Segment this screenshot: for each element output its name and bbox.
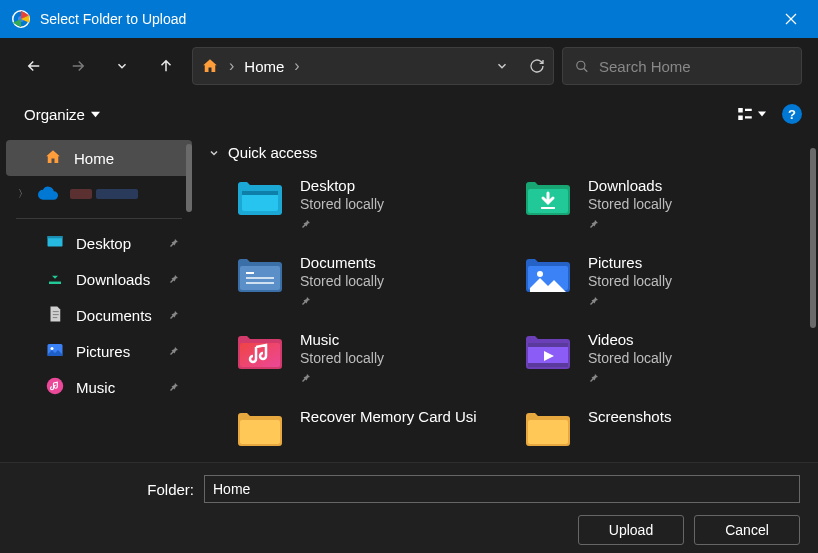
folder-item-music[interactable]: MusicStored locally [236,331,514,388]
sidebar-item-label: Home [74,150,180,167]
search-bar[interactable] [562,47,802,85]
item-name: Videos [588,331,672,348]
downloads-icon [46,269,64,290]
close-button[interactable] [768,0,814,38]
toolbar: Organize ? [0,94,818,134]
cancel-button[interactable]: Cancel [694,515,800,545]
sidebar-item-label: Desktop [76,235,156,252]
pin-icon [588,370,672,388]
svg-rect-17 [242,191,278,195]
svg-point-25 [537,271,543,277]
navbar: › Home › [0,38,818,94]
sidebar-item-documents[interactable]: Documents [6,297,192,333]
footer: Folder: Upload Cancel [0,462,818,553]
breadcrumb-separator: › [294,57,299,75]
folder-input[interactable] [204,475,800,503]
chevron-down-icon[interactable] [495,59,509,73]
svg-rect-31 [528,420,568,444]
svg-rect-30 [240,420,280,444]
sidebar-item-home[interactable]: Home [6,140,192,176]
item-name: Documents [300,254,384,271]
content: Home〉DesktopDownloadsDocumentsPicturesMu… [0,134,818,462]
recent-button[interactable] [104,48,140,84]
folder-item-pictures[interactable]: PicturesStored locally [524,254,802,311]
caret-down-icon [758,110,766,118]
help-icon: ? [788,107,796,122]
item-subtitle: Stored locally [588,273,672,289]
svg-point-14 [51,347,54,350]
chevron-down-icon [208,147,220,159]
item-subtitle: Stored locally [300,350,384,366]
pin-icon [588,216,672,234]
caret-down-icon [91,110,100,119]
svg-rect-23 [246,282,274,284]
pin-icon [300,293,384,311]
item-name: Downloads [588,177,672,194]
pin-icon [168,235,180,252]
folder-item-desktop[interactable]: DesktopStored locally [236,177,514,234]
arrow-up-icon [157,57,175,75]
sidebar-item-label: Documents [76,307,156,324]
svg-rect-28 [528,343,568,347]
documents-folder-icon [236,254,284,294]
organize-button[interactable]: Organize [16,102,108,127]
forward-button[interactable] [60,48,96,84]
pin-icon [300,370,384,388]
svg-rect-3 [738,108,743,113]
main-panel: Quick access DesktopStored locallyDownlo… [192,134,818,462]
item-name: Desktop [300,177,384,194]
arrow-left-icon [25,57,43,75]
item-subtitle: Stored locally [300,196,384,212]
videos-folder-icon [524,331,572,371]
address-bar[interactable]: › Home › [192,47,554,85]
search-input[interactable] [599,58,789,75]
folder-item-folder[interactable]: Recover Memory Card Usi [236,408,514,448]
chevron-down-icon [115,59,129,73]
folder-item-downloads[interactable]: DownloadsStored locally [524,177,802,234]
svg-point-2 [577,61,585,69]
sidebar: Home〉DesktopDownloadsDocumentsPicturesMu… [0,134,192,462]
folder-item-folder[interactable]: Screenshots [524,408,802,448]
scrollbar[interactable] [810,148,816,328]
music-icon [46,377,64,398]
refresh-icon[interactable] [529,58,545,74]
pin-icon [168,271,180,288]
expand-icon[interactable]: 〉 [18,187,30,201]
sidebar-item-label: Music [76,379,156,396]
titlebar: Select Folder to Upload [0,0,818,38]
sidebar-item-cloud[interactable]: 〉 [6,176,192,212]
item-subtitle: Stored locally [588,350,672,366]
help-button[interactable]: ? [782,104,802,124]
item-name: Screenshots [588,408,671,425]
back-button[interactable] [16,48,52,84]
breadcrumb-current[interactable]: Home [244,58,284,75]
up-button[interactable] [148,48,184,84]
folder-folder-icon [236,408,284,448]
folder-label: Folder: [18,481,194,498]
pin-icon [300,216,384,234]
svg-rect-22 [246,277,274,279]
svg-rect-9 [49,281,61,283]
view-mode-button[interactable] [730,101,772,127]
upload-button[interactable]: Upload [578,515,684,545]
sidebar-item-desktop[interactable]: Desktop [6,225,192,261]
cloud-icon [38,186,58,203]
svg-rect-8 [48,236,63,238]
home-icon [44,148,62,169]
folder-item-videos[interactable]: VideosStored locally [524,331,802,388]
sidebar-item-pictures[interactable]: Pictures [6,333,192,369]
desktop-folder-icon [236,177,284,217]
app-icon [12,10,30,28]
item-name: Music [300,331,384,348]
window-title: Select Folder to Upload [40,11,768,27]
sidebar-item-label: Pictures [76,343,156,360]
folder-item-documents[interactable]: DocumentsStored locally [236,254,514,311]
svg-rect-4 [738,116,743,121]
breadcrumb-separator: › [229,57,234,75]
item-name: Pictures [588,254,672,271]
sidebar-item-downloads[interactable]: Downloads [6,261,192,297]
item-name: Recover Memory Card Usi [300,408,477,425]
sidebar-item-music[interactable]: Music [6,369,192,405]
section-header[interactable]: Quick access [208,144,802,161]
sidebar-item-label: Downloads [76,271,156,288]
